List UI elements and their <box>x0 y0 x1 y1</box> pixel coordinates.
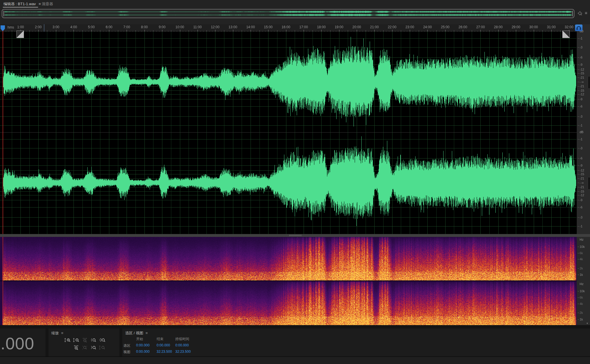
zoom-reset-button <box>82 345 89 351</box>
hz-scale-label: 6k <box>580 252 583 254</box>
selection-start-value[interactable]: 0:00.000 <box>136 343 150 347</box>
overview-menu-icon[interactable]: ≡ <box>585 10 587 15</box>
db-scale-label: - ∞ <box>580 80 584 83</box>
status-bar <box>0 357 590 364</box>
db-scale-label: -9 <box>580 63 583 66</box>
ruler-label: 10:00 <box>175 25 184 29</box>
selection-end-value[interactable]: 0:00.000 <box>157 343 170 347</box>
view-duration-value[interactable]: 32:23.500 <box>175 350 191 354</box>
panel-divider[interactable] <box>0 234 590 237</box>
selection-view-panel: 选区 / 视图≡ 开始 结束 持续时间 选区 0:00.000 0:00.000… <box>122 329 590 357</box>
overview-thumb-right-handle[interactable] <box>572 11 573 16</box>
db-unit-label: dB <box>580 130 583 134</box>
timeline-ruler[interactable]: hms 1:002:003:004:005:006:007:008:009:00… <box>0 24 577 32</box>
headphone-icon <box>575 24 583 31</box>
tab-mixer[interactable]: 混音器 <box>42 1 53 7</box>
db-scale-label: -6 <box>580 105 583 108</box>
db-scale-label: -3 <box>580 147 583 150</box>
ruler-label: 4:00 <box>70 25 77 29</box>
top-chrome: 编辑器 : BT1-1.wav≡ 混音器 ≡ <box>0 0 590 24</box>
db-scale-label: -21 <box>580 177 584 180</box>
collapse-arrow-icon[interactable]: ▾ <box>587 322 588 325</box>
hz-scale-label: 10k <box>580 290 585 293</box>
waveform-canvas[interactable] <box>0 32 577 234</box>
zoom-navigate-icon[interactable] <box>577 11 583 17</box>
db-scale-label: -9 <box>580 98 583 101</box>
ruler-label: 13:00 <box>229 25 237 29</box>
ruler-label: 21:00 <box>370 25 379 29</box>
tab-editor[interactable]: 编辑器 : BT1-1.wav≡ <box>3 1 41 7</box>
db-scale-label: -15 <box>580 190 584 193</box>
vertical-scrollbar-thumb-ch2[interactable] <box>588 177 590 190</box>
hz-unit-label: Hz <box>580 282 583 286</box>
playhead-line[interactable] <box>3 31 3 325</box>
ruler-label: 11:00 <box>193 25 202 29</box>
fade-in-handle[interactable] <box>16 31 24 38</box>
zoom-out-amplitude-button[interactable] <box>73 338 80 344</box>
zoom-panel: 缩放≡ <box>48 329 119 357</box>
db-scale-label: -21 <box>580 85 584 88</box>
db-scale-label: -3 <box>580 115 583 118</box>
zoom-panel-menu-icon[interactable]: ≡ <box>61 331 63 335</box>
time-display[interactable]: .000 <box>1 334 34 353</box>
db-scale-label: -3 <box>580 46 583 49</box>
tab-mixer-label: 混音器 <box>42 2 53 6</box>
column-header-duration: 持续时间 <box>175 337 189 342</box>
zoom-to-selection-button[interactable] <box>99 338 106 344</box>
zoom-in-time-button[interactable] <box>73 345 80 351</box>
ruler-label: 20:00 <box>352 25 361 29</box>
selection-panel-title: 选区 / 视图 <box>125 331 143 335</box>
hz-scale-label: 6k <box>580 296 583 299</box>
selection-panel-menu-icon[interactable]: ≡ <box>146 331 148 335</box>
zoom-in-at-in-point-button[interactable] <box>90 338 98 344</box>
ruler-label: 22:00 <box>388 25 397 29</box>
zoom-panel-header: 缩放≡ <box>51 331 63 336</box>
selection-duration-value[interactable]: 0:00.000 <box>175 343 189 347</box>
overview-thumb-left-handle[interactable] <box>3 11 4 16</box>
column-header-start: 开始 <box>136 337 143 342</box>
db-scale-label: -12 <box>580 93 584 96</box>
panel-tab-bar: 编辑器 : BT1-1.wav≡ 混音器 <box>0 0 590 8</box>
active-tab-underline <box>3 7 38 7</box>
db-scale-label: -6 <box>580 206 583 209</box>
hz-scale-label: 4k <box>580 302 583 305</box>
scale-column: dB-1-3-6-9-12-15-21- ∞-21-15-12-9-6-3-1d… <box>577 24 590 325</box>
divider-grip <box>289 235 302 236</box>
db-scale-label: -1 <box>580 124 583 127</box>
ruler-label: 30:00 <box>529 25 538 29</box>
spectrogram-canvas[interactable] <box>0 237 577 325</box>
db-scale-label: -21 <box>580 186 584 188</box>
db-scale-label: -21 <box>580 76 584 79</box>
db-scale-label: -1 <box>580 225 583 228</box>
time-display-panel: .000 <box>0 329 46 357</box>
headphone-monitor-button[interactable] <box>575 24 583 31</box>
hz-scale-label: 1k <box>580 273 583 276</box>
view-end-value[interactable]: 32:23.500 <box>157 350 172 354</box>
ruler-label: 7:00 <box>123 25 130 29</box>
ruler-label: 26:00 <box>459 25 467 29</box>
vertical-scrollbar-thumb-ch1[interactable] <box>588 76 590 89</box>
ruler-label: 8:00 <box>141 25 148 29</box>
db-scale-label: -12 <box>580 68 584 71</box>
zoom-out-full-button <box>82 338 89 344</box>
zoom-in-amplitude-button[interactable] <box>64 338 72 344</box>
db-scale-label: -15 <box>580 72 584 75</box>
editor-panel-menu-icon[interactable]: ≡ <box>39 2 41 6</box>
view-start-value[interactable]: 0:00.000 <box>136 350 150 354</box>
overview-scrollbar-thumb[interactable] <box>2 9 574 18</box>
ruler-label: 18:00 <box>317 25 326 29</box>
hz-scale-label: 2k <box>580 311 583 314</box>
zoom-selection-time-button <box>99 345 106 351</box>
ruler-label: 2:00 <box>35 25 42 29</box>
row-label-view: 视图 <box>123 350 130 354</box>
ruler-label: 28:00 <box>494 25 503 29</box>
hz-scale-label: 10k <box>580 245 585 248</box>
zoom-in-at-out-point-button[interactable] <box>90 345 98 351</box>
overview-waveform-canvas <box>2 10 574 18</box>
ruler-label: 1:00 <box>17 25 24 29</box>
bottom-panels-row: .000 缩放≡ 选区 / 视图≡ 开始 结束 持续时间 选区 0:00.000… <box>0 325 590 357</box>
hz-scale-label: 4k <box>580 258 583 261</box>
ruler-label: 12:00 <box>211 25 219 29</box>
ruler-label: 16:00 <box>282 25 290 29</box>
fade-out-handle[interactable] <box>562 31 570 38</box>
